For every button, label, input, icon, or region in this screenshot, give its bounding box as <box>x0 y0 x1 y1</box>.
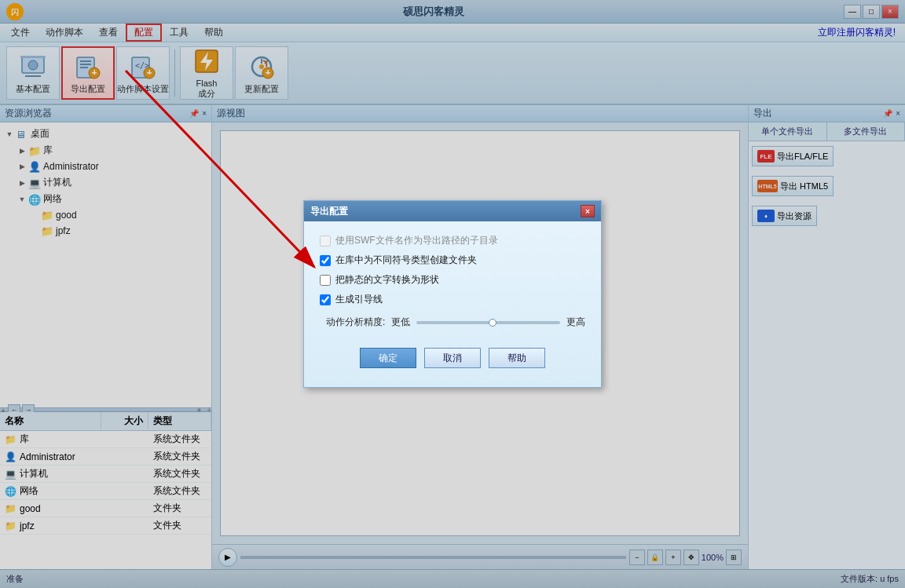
checkbox-row-1: 使用SWF文件名作为导出路径的子目录 <box>320 234 585 247</box>
modal-title: 导出配置 <box>310 205 348 218</box>
checkbox-create-folders-label: 在库中为不同符号类型创建文件夹 <box>335 254 477 267</box>
checkbox-static-text-label: 把静态的文字转换为形状 <box>335 273 439 287</box>
slider-left-label: 更低 <box>391 316 410 329</box>
modal-body: 使用SWF文件名作为导出路径的子目录 在库中为不同符号类型创建文件夹 把静态的文… <box>304 221 601 387</box>
checkbox-row-3: 把静态的文字转换为形状 <box>320 273 585 287</box>
slider-row: 动作分析精度: 更低 更高 <box>320 316 585 329</box>
modal-buttons: 确定 取消 帮助 <box>320 338 585 374</box>
checkbox-guide-lines-label: 生成引导线 <box>335 293 383 306</box>
checkbox-swf-path-label: 使用SWF文件名作为导出路径的子目录 <box>335 234 498 247</box>
checkbox-create-folders[interactable] <box>320 255 331 266</box>
checkbox-static-text[interactable] <box>320 275 331 286</box>
checkbox-row-4: 生成引导线 <box>320 293 585 306</box>
slider-main-label: 动作分析精度: <box>326 316 385 329</box>
slider-track[interactable] <box>416 321 560 324</box>
modal-help-button[interactable]: 帮助 <box>489 348 545 368</box>
checkbox-guide-lines[interactable] <box>320 294 331 305</box>
modal-title-bar: 导出配置 × <box>304 201 601 221</box>
checkbox-row-2: 在库中为不同符号类型创建文件夹 <box>320 254 585 267</box>
modal-overlay: 导出配置 × 使用SWF文件名作为导出路径的子目录 在库中为不同符号类型创建文件… <box>0 0 905 588</box>
modal-close-button[interactable]: × <box>581 205 595 217</box>
modal-ok-button[interactable]: 确定 <box>360 348 416 368</box>
modal-cancel-button[interactable]: 取消 <box>424 348 481 368</box>
checkbox-swf-path[interactable] <box>320 236 331 247</box>
slider-thumb[interactable] <box>489 319 496 327</box>
slider-right-label: 更高 <box>566 316 585 329</box>
export-config-modal: 导出配置 × 使用SWF文件名作为导出路径的子目录 在库中为不同符号类型创建文件… <box>303 200 602 388</box>
